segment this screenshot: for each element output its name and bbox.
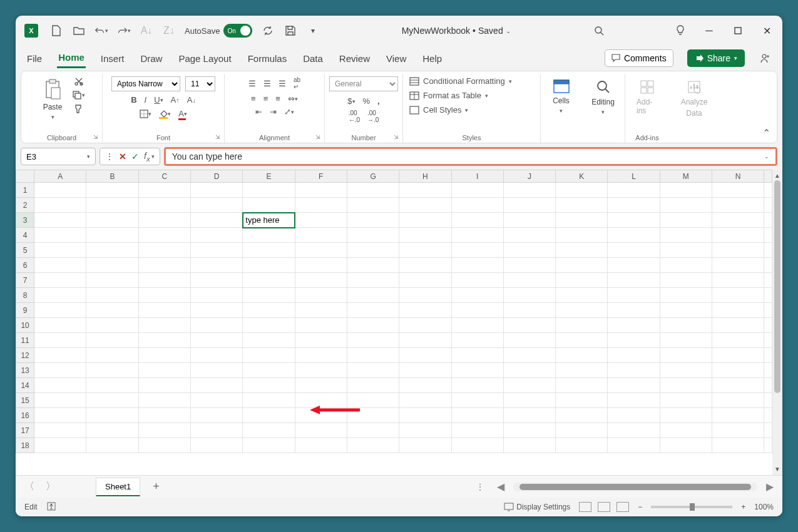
cell-H9[interactable] [399,303,451,318]
col-header[interactable]: K [556,170,608,183]
cell-L15[interactable] [608,393,660,408]
cell-A11[interactable] [34,333,86,348]
cell-F6[interactable] [295,258,347,273]
cell-I4[interactable] [451,228,503,243]
cell-N11[interactable] [712,333,764,348]
expand-formula-bar-icon[interactable]: ⌄ [764,153,769,160]
cell-H17[interactable] [399,423,451,438]
cell-J2[interactable] [503,198,555,213]
save-icon[interactable] [284,24,297,38]
cell-J11[interactable] [503,333,555,348]
cancel-icon[interactable]: ✕ [119,151,126,161]
cell-B14[interactable] [86,378,138,393]
cell-H15[interactable] [399,393,451,408]
cell-A15[interactable] [34,393,86,408]
row-header[interactable]: 7 [16,273,34,288]
cell-E8[interactable] [243,288,295,303]
cell-A9[interactable] [34,303,86,318]
cell-E17[interactable] [243,423,295,438]
cell-E1[interactable] [243,183,295,198]
cell-N5[interactable] [712,243,764,258]
cell-M4[interactable] [660,228,712,243]
tab-data[interactable]: Data [302,49,324,68]
cell-N2[interactable] [712,198,764,213]
cell-J18[interactable] [503,438,555,453]
row-header[interactable]: 17 [16,423,34,438]
col-header[interactable] [764,170,772,183]
align-bottom-icon[interactable]: ☰ [279,79,286,88]
cell-J4[interactable] [503,228,555,243]
row-header[interactable]: 8 [16,288,34,303]
cell-D11[interactable] [191,333,243,348]
cell-M14[interactable] [660,378,712,393]
cell-M3[interactable] [660,213,712,228]
cell-C3[interactable] [138,213,190,228]
redo-icon[interactable]: ▾ [117,24,131,38]
cell-H13[interactable] [399,363,451,378]
sheet-tab-1[interactable]: Sheet1 [96,478,140,496]
cell-E5[interactable] [243,243,295,258]
cell-A14[interactable] [34,378,86,393]
col-header[interactable]: I [451,170,503,183]
scroll-thumb[interactable] [519,484,751,490]
cell-I18[interactable] [451,438,503,453]
cell-L11[interactable] [608,333,660,348]
sort-desc-icon[interactable]: Z↓ [162,24,176,38]
sync-icon[interactable] [261,24,275,38]
workbook-title[interactable]: MyNewWorkbook • Saved ⌄ [325,26,587,36]
display-settings-button[interactable]: Display Settings [504,503,570,511]
cell-A5[interactable] [34,243,86,258]
copy-icon[interactable]: ▾ [72,90,85,100]
col-header[interactable]: M [660,170,712,183]
cell-C5[interactable] [138,243,190,258]
add-sheet-button[interactable]: + [146,480,166,493]
row-header[interactable]: 4 [16,228,34,243]
cell-I12[interactable] [451,348,503,363]
cell-B13[interactable] [86,363,138,378]
horizontal-scrollbar[interactable] [513,483,757,491]
cell-K6[interactable] [556,258,608,273]
tab-file[interactable]: File [26,49,43,68]
new-file-icon[interactable] [49,24,63,38]
cell-N4[interactable] [712,228,764,243]
bold-button[interactable]: B [131,95,136,105]
addins-button[interactable]: Add-ins [632,76,663,118]
cell-D1[interactable] [191,183,243,198]
cell-J14[interactable] [503,378,555,393]
cell-B10[interactable] [86,318,138,333]
row-header[interactable]: 11 [16,333,34,348]
cell-H1[interactable] [399,183,451,198]
sheet-options-icon[interactable]: ⋮ [472,482,488,492]
cell-C7[interactable] [138,273,190,288]
cell-C18[interactable] [138,438,190,453]
cell-E11[interactable] [243,333,295,348]
cell-E6[interactable] [243,258,295,273]
cell-K12[interactable] [556,348,608,363]
cell-I16[interactable] [451,408,503,423]
cell-H8[interactable] [399,288,451,303]
cell-E15[interactable] [243,393,295,408]
cell-J8[interactable] [503,288,555,303]
cell-A13[interactable] [34,363,86,378]
cell-G9[interactable] [347,303,399,318]
cell-L3[interactable] [608,213,660,228]
cell-G1[interactable] [347,183,399,198]
page-break-view-icon[interactable] [616,502,629,512]
cut-icon[interactable] [74,76,84,86]
cell-E13[interactable] [243,363,295,378]
autosave-toggle[interactable]: On [223,24,252,38]
formula-bar[interactable]: You can type here ⌄ [164,147,777,166]
cell-G12[interactable] [347,348,399,363]
cell-N3[interactable] [712,213,764,228]
cell-I5[interactable] [451,243,503,258]
cell-B12[interactable] [86,348,138,363]
format-painter-icon[interactable] [74,104,84,114]
tab-view[interactable]: View [385,49,407,68]
cell-B8[interactable] [86,288,138,303]
cell-B17[interactable] [86,423,138,438]
cell-H18[interactable] [399,438,451,453]
cell-J16[interactable] [503,408,555,423]
share-button[interactable]: Share ▾ [687,49,745,67]
cell-N6[interactable] [712,258,764,273]
cell-B2[interactable] [86,198,138,213]
